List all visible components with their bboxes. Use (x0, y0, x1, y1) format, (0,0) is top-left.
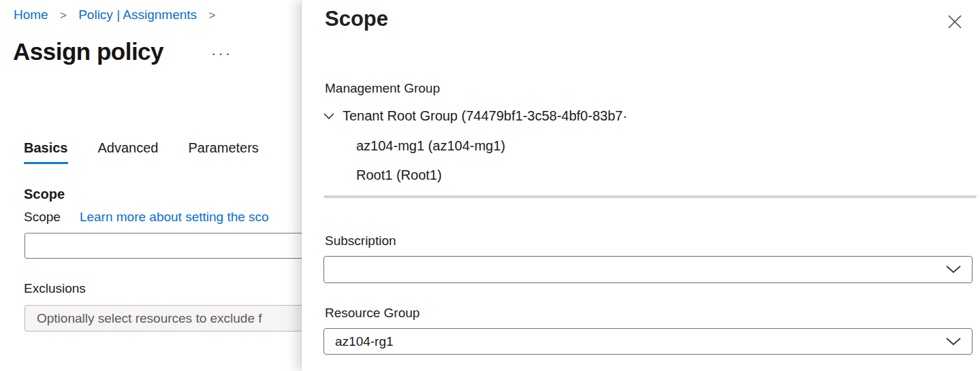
tree-item-tenant-root-group[interactable]: Tenant Root Group (74479bf1-3c58-4bf0-83… (343, 108, 627, 125)
tab-basics[interactable]: Basics (24, 140, 68, 164)
subscription-label: Subscription (325, 233, 396, 248)
exclusions-label: Exclusions (24, 281, 86, 296)
panel-title: Scope (325, 7, 388, 31)
resource-group-label: Resource Group (325, 306, 420, 321)
tree-item-az104-mg1[interactable]: az104-mg1 (az104-mg1) (356, 138, 505, 155)
tab-parameters[interactable]: Parameters (188, 140, 258, 164)
more-menu-ellipsis-icon[interactable]: ··· (211, 45, 232, 63)
scope-field-label: Scope (24, 210, 61, 224)
page-title: Assign policy (13, 38, 163, 65)
chevron-down-icon (945, 265, 962, 274)
subscription-dropdown[interactable] (323, 256, 973, 283)
resource-group-dropdown[interactable]: az104-rg1 (323, 328, 973, 355)
close-icon-glyph (947, 14, 963, 30)
breadcrumb-separator: > (208, 9, 215, 22)
breadcrumb-link-policy-assignments[interactable]: Policy | Assignments (78, 7, 197, 22)
close-icon[interactable] (945, 12, 964, 31)
chevron-down-icon (945, 337, 962, 346)
scope-field-row: ScopeLearn more about setting the sco (24, 210, 269, 225)
section-divider (323, 195, 977, 198)
breadcrumb: Home > Policy | Assignments > (14, 7, 223, 22)
tab-bar: Basics Advanced Parameters (24, 140, 259, 164)
resource-group-dropdown-value: az104-rg1 (324, 334, 394, 349)
learn-more-link[interactable]: Learn more about setting the sco (80, 210, 269, 224)
breadcrumb-separator: > (60, 9, 67, 22)
scope-section-heading: Scope (24, 187, 65, 202)
breadcrumb-link-home[interactable]: Home (14, 7, 48, 22)
scope-flyout-panel: Scope Management Group Tenant Root Group… (302, 0, 980, 371)
management-group-label: Management Group (325, 81, 440, 96)
chevron-down-icon[interactable] (323, 110, 335, 123)
tab-advanced[interactable]: Advanced (98, 140, 159, 164)
tree-item-root1[interactable]: Root1 (Root1) (356, 167, 442, 184)
